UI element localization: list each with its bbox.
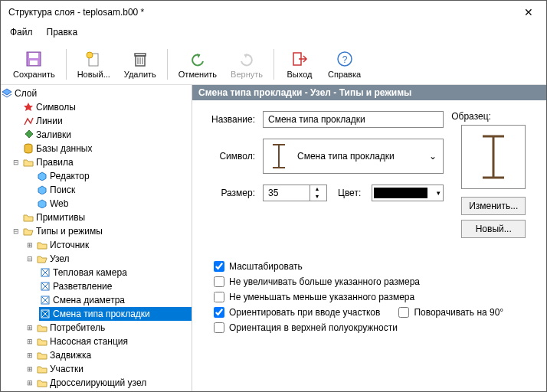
name-input[interactable] (263, 111, 444, 128)
color-select[interactable]: ▼ (372, 185, 444, 201)
change-button[interactable]: Изменить... (461, 197, 526, 215)
folder-open-icon (22, 225, 34, 237)
tree-types[interactable]: ⊟Типы и режимы (11, 224, 192, 238)
svg-point-4 (87, 52, 93, 58)
spin-up-icon[interactable]: ▲ (310, 185, 324, 193)
save-button[interactable]: Сохранить (7, 44, 61, 84)
svg-rect-1 (29, 53, 38, 58)
expand-icon[interactable]: ⊞ (25, 240, 34, 250)
tree-rules[interactable]: ⊟Правила (11, 155, 192, 169)
exit-icon (290, 50, 309, 68)
exit-button[interactable]: Выход (279, 44, 320, 84)
mode-icon (39, 294, 51, 306)
tree-consumer[interactable]: ⊞Потребитель (25, 321, 192, 335)
tree-root[interactable]: Слой (1, 87, 192, 100)
tree-throttle[interactable]: ⊞Дросселирующий узел (25, 376, 192, 390)
check-scale[interactable]: Масштабировать (214, 261, 532, 272)
tree-source[interactable]: ⊞Источник (25, 238, 192, 252)
trash-icon (131, 50, 149, 68)
tree-editor[interactable]: Редактор (25, 169, 192, 183)
tree-search[interactable]: Поиск (25, 183, 192, 197)
folder-icon (36, 390, 48, 391)
delete-button[interactable]: Удалить (118, 44, 162, 84)
help-button[interactable]: ? Справка (322, 44, 367, 84)
expand-icon[interactable]: ⊞ (25, 351, 34, 360)
close-icon[interactable]: ✕ (517, 6, 540, 18)
menubar: Файл Правка (1, 24, 546, 41)
bucket-icon (22, 129, 34, 141)
folder-icon (36, 322, 48, 334)
new-button[interactable]: Новый... (71, 44, 116, 84)
expand-icon[interactable]: ⊞ (25, 378, 34, 387)
layers-icon (1, 87, 13, 100)
tree-pump[interactable]: ⊞Насосная станция (25, 335, 192, 348)
name-label: Название: (206, 114, 255, 125)
tree-branch[interactable]: Разветвление (39, 279, 192, 293)
folder-icon (36, 239, 48, 251)
symbol-label: Символ: (206, 151, 255, 162)
svg-text:?: ? (342, 54, 347, 65)
mode-icon (39, 280, 51, 292)
expand-icon[interactable]: ⊞ (25, 364, 34, 374)
tree-node[interactable]: ⊟Узел (25, 252, 192, 266)
check-upper[interactable]: Ориентация в верхней полуокружности (214, 322, 532, 333)
cube-icon (36, 198, 48, 210)
toolbar: Сохранить Новый... Удалить Отменить Верн… (1, 41, 546, 85)
tree-fills[interactable]: Заливки (11, 128, 192, 142)
check-noshrink[interactable]: Не уменьшать меньше указанного размера (214, 292, 532, 302)
size-input[interactable] (264, 185, 310, 201)
cube-icon (36, 184, 48, 196)
tree-lay[interactable]: Смена типа прокладки (39, 307, 192, 321)
new-icon (84, 50, 103, 68)
collapse-icon[interactable]: ⊟ (11, 227, 21, 236)
color-label: Цвет: (338, 188, 361, 198)
folder-icon (36, 335, 48, 348)
sample-label: Образец: (451, 111, 491, 122)
star-icon (22, 101, 34, 113)
chevron-down-icon: ⌄ (429, 151, 437, 162)
tree-pane[interactable]: Слой Символы Линии Заливки Базы данных ⊟… (1, 85, 192, 391)
expand-icon[interactable]: ⊞ (25, 337, 34, 346)
check-nogrow[interactable]: Не увеличивать больше указанного размера (214, 276, 532, 287)
svg-rect-2 (30, 60, 38, 65)
symbol-select[interactable]: Смена типа прокладки ⌄ (263, 139, 444, 174)
tree-db[interactable]: Базы данных (11, 142, 192, 155)
tree-diam[interactable]: Смена диаметра (39, 293, 192, 307)
collapse-icon[interactable]: ⊟ (11, 158, 21, 167)
titlebar: Структура слоя - teplosam.b00 * ✕ (1, 1, 546, 24)
main-area: Слой Символы Линии Заливки Базы данных ⊟… (1, 85, 546, 391)
folder-icon (22, 156, 34, 168)
mode-icon (39, 266, 51, 279)
redo-icon (237, 50, 256, 68)
check-rot90[interactable]: Поворачивать на 90° (398, 307, 503, 318)
tree-sections[interactable]: ⊞Участки (25, 362, 192, 376)
folder-open-icon (36, 253, 48, 265)
size-stepper[interactable]: ▲▼ (263, 185, 327, 201)
tree-valve[interactable]: ⊞Задвижка (25, 348, 192, 362)
cube-icon (36, 170, 48, 182)
symbol-preview-icon (270, 142, 288, 170)
tree-ctp[interactable]: ⊞ЦТП (25, 390, 192, 391)
tree-primitives[interactable]: Примитивы (11, 211, 192, 224)
tree-symbols[interactable]: Символы (11, 100, 192, 114)
folder-icon (36, 377, 48, 389)
save-icon (25, 50, 43, 68)
chevron-down-icon: ▼ (435, 190, 441, 197)
tree-lines[interactable]: Линии (11, 114, 192, 128)
help-icon: ? (336, 50, 354, 68)
symbol-value: Смена типа прокладки (297, 151, 395, 162)
redo-button[interactable]: Вернуть (224, 44, 269, 84)
size-label: Размер: (206, 188, 255, 198)
collapse-icon[interactable]: ⊟ (25, 254, 34, 263)
tree-heat[interactable]: Тепловая камера (39, 266, 192, 279)
expand-icon[interactable]: ⊞ (25, 323, 34, 332)
new-symbol-button[interactable]: Новый... (461, 220, 526, 238)
menu-edit[interactable]: Правка (42, 25, 83, 39)
tree-web[interactable]: Web (25, 197, 192, 211)
check-orient[interactable]: Ориентировать при вводе участков (214, 307, 380, 318)
undo-icon (188, 50, 207, 68)
svg-rect-6 (135, 54, 146, 56)
undo-button[interactable]: Отменить (172, 44, 223, 84)
spin-down-icon[interactable]: ▼ (310, 193, 324, 201)
menu-file[interactable]: Файл (5, 25, 38, 39)
